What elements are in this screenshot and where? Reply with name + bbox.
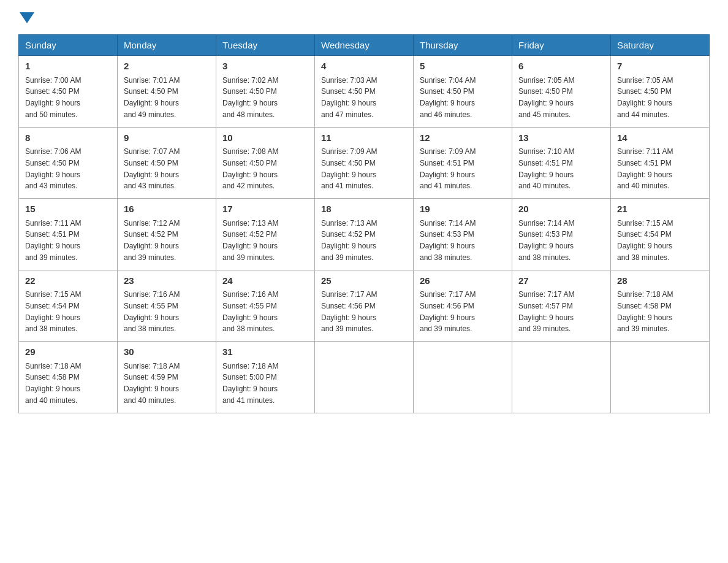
day-number: 21 <box>617 202 703 216</box>
day-number: 10 <box>222 131 308 145</box>
weekday-header-thursday: Thursday <box>414 35 512 56</box>
day-info: Sunrise: 7:09 AMSunset: 4:50 PMDaylight:… <box>321 147 377 190</box>
calendar-cell: 10 Sunrise: 7:08 AMSunset: 4:50 PMDaylig… <box>216 127 315 199</box>
day-number: 13 <box>518 131 604 145</box>
day-number: 15 <box>25 202 111 216</box>
day-info: Sunrise: 7:06 AMSunset: 4:50 PMDaylight:… <box>25 147 81 190</box>
calendar-cell: 27 Sunrise: 7:17 AMSunset: 4:57 PMDaylig… <box>512 270 611 342</box>
day-info: Sunrise: 7:08 AMSunset: 4:50 PMDaylight:… <box>222 147 278 190</box>
calendar-cell <box>414 342 512 413</box>
calendar-cell: 1 Sunrise: 7:00 AMSunset: 4:50 PMDayligh… <box>19 56 118 128</box>
calendar-cell: 4 Sunrise: 7:03 AMSunset: 4:50 PMDayligh… <box>315 56 414 128</box>
day-info: Sunrise: 7:09 AMSunset: 4:51 PMDaylight:… <box>420 147 476 190</box>
day-info: Sunrise: 7:11 AMSunset: 4:51 PMDaylight:… <box>617 147 673 190</box>
day-info: Sunrise: 7:18 AMSunset: 4:58 PMDaylight:… <box>25 362 81 405</box>
day-info: Sunrise: 7:13 AMSunset: 4:52 PMDaylight:… <box>222 219 278 262</box>
calendar-cell: 22 Sunrise: 7:15 AMSunset: 4:54 PMDaylig… <box>19 270 118 342</box>
day-info: Sunrise: 7:13 AMSunset: 4:52 PMDaylight:… <box>321 219 377 262</box>
day-info: Sunrise: 7:18 AMSunset: 5:00 PMDaylight:… <box>222 362 278 405</box>
day-info: Sunrise: 7:02 AMSunset: 4:50 PMDaylight:… <box>222 76 278 119</box>
calendar-cell: 14 Sunrise: 7:11 AMSunset: 4:51 PMDaylig… <box>611 127 710 199</box>
calendar-cell <box>512 342 611 413</box>
calendar-cell: 26 Sunrise: 7:17 AMSunset: 4:56 PMDaylig… <box>414 270 512 342</box>
day-number: 23 <box>124 274 210 288</box>
day-number: 9 <box>124 131 210 145</box>
day-number: 8 <box>25 131 111 145</box>
day-info: Sunrise: 7:14 AMSunset: 4:53 PMDaylight:… <box>420 219 476 262</box>
calendar-cell: 6 Sunrise: 7:05 AMSunset: 4:50 PMDayligh… <box>512 56 611 128</box>
day-number: 7 <box>617 59 703 74</box>
day-info: Sunrise: 7:17 AMSunset: 4:56 PMDaylight:… <box>420 290 476 333</box>
calendar-cell: 28 Sunrise: 7:18 AMSunset: 4:58 PMDaylig… <box>611 270 710 342</box>
calendar-week-1: 1 Sunrise: 7:00 AMSunset: 4:50 PMDayligh… <box>19 56 710 128</box>
page-header <box>18 12 710 23</box>
calendar-cell: 25 Sunrise: 7:17 AMSunset: 4:56 PMDaylig… <box>315 270 414 342</box>
calendar-cell: 13 Sunrise: 7:10 AMSunset: 4:51 PMDaylig… <box>512 127 611 199</box>
calendar-cell: 7 Sunrise: 7:05 AMSunset: 4:50 PMDayligh… <box>611 56 710 128</box>
day-number: 1 <box>25 59 111 74</box>
calendar-cell: 31 Sunrise: 7:18 AMSunset: 5:00 PMDaylig… <box>216 342 315 413</box>
day-number: 11 <box>321 131 407 145</box>
day-info: Sunrise: 7:00 AMSunset: 4:50 PMDaylight:… <box>25 76 81 119</box>
calendar-week-4: 22 Sunrise: 7:15 AMSunset: 4:54 PMDaylig… <box>19 270 710 342</box>
day-number: 5 <box>420 59 506 74</box>
day-info: Sunrise: 7:05 AMSunset: 4:50 PMDaylight:… <box>518 76 574 119</box>
day-info: Sunrise: 7:15 AMSunset: 4:54 PMDaylight:… <box>25 290 81 333</box>
calendar-cell: 8 Sunrise: 7:06 AMSunset: 4:50 PMDayligh… <box>19 127 118 199</box>
day-number: 31 <box>222 345 308 359</box>
calendar-cell: 20 Sunrise: 7:14 AMSunset: 4:53 PMDaylig… <box>512 199 611 270</box>
day-info: Sunrise: 7:15 AMSunset: 4:54 PMDaylight:… <box>617 219 673 262</box>
weekday-header-wednesday: Wednesday <box>315 35 414 56</box>
day-info: Sunrise: 7:10 AMSunset: 4:51 PMDaylight:… <box>518 147 574 190</box>
logo <box>18 12 36 23</box>
day-number: 3 <box>222 59 308 74</box>
day-info: Sunrise: 7:17 AMSunset: 4:56 PMDaylight:… <box>321 290 377 333</box>
day-number: 24 <box>222 274 308 288</box>
calendar-cell: 3 Sunrise: 7:02 AMSunset: 4:50 PMDayligh… <box>216 56 315 128</box>
calendar-cell: 11 Sunrise: 7:09 AMSunset: 4:50 PMDaylig… <box>315 127 414 199</box>
day-number: 17 <box>222 202 308 216</box>
calendar-cell: 9 Sunrise: 7:07 AMSunset: 4:50 PMDayligh… <box>118 127 216 199</box>
weekday-header-sunday: Sunday <box>19 35 118 56</box>
day-number: 28 <box>617 274 703 288</box>
day-number: 14 <box>617 131 703 145</box>
calendar-cell: 16 Sunrise: 7:12 AMSunset: 4:52 PMDaylig… <box>118 199 216 270</box>
day-number: 16 <box>124 202 210 216</box>
calendar-cell: 29 Sunrise: 7:18 AMSunset: 4:58 PMDaylig… <box>19 342 118 413</box>
calendar-cell: 18 Sunrise: 7:13 AMSunset: 4:52 PMDaylig… <box>315 199 414 270</box>
day-info: Sunrise: 7:11 AMSunset: 4:51 PMDaylight:… <box>25 219 81 262</box>
day-number: 19 <box>420 202 506 216</box>
day-info: Sunrise: 7:04 AMSunset: 4:50 PMDaylight:… <box>420 76 476 119</box>
day-number: 26 <box>420 274 506 288</box>
day-info: Sunrise: 7:05 AMSunset: 4:50 PMDaylight:… <box>617 76 673 119</box>
calendar-week-3: 15 Sunrise: 7:11 AMSunset: 4:51 PMDaylig… <box>19 199 710 270</box>
day-number: 6 <box>518 59 604 74</box>
calendar-cell: 21 Sunrise: 7:15 AMSunset: 4:54 PMDaylig… <box>611 199 710 270</box>
calendar-cell: 15 Sunrise: 7:11 AMSunset: 4:51 PMDaylig… <box>19 199 118 270</box>
day-info: Sunrise: 7:01 AMSunset: 4:50 PMDaylight:… <box>124 76 180 119</box>
calendar-cell: 12 Sunrise: 7:09 AMSunset: 4:51 PMDaylig… <box>414 127 512 199</box>
logo-triangle-icon <box>20 12 34 23</box>
day-info: Sunrise: 7:16 AMSunset: 4:55 PMDaylight:… <box>124 290 180 333</box>
weekday-header-monday: Monday <box>118 35 216 56</box>
calendar-cell: 19 Sunrise: 7:14 AMSunset: 4:53 PMDaylig… <box>414 199 512 270</box>
day-number: 30 <box>124 345 210 359</box>
day-info: Sunrise: 7:07 AMSunset: 4:50 PMDaylight:… <box>124 147 180 190</box>
weekday-header-row: SundayMondayTuesdayWednesdayThursdayFrid… <box>19 35 710 56</box>
day-number: 18 <box>321 202 407 216</box>
day-info: Sunrise: 7:16 AMSunset: 4:55 PMDaylight:… <box>222 290 278 333</box>
calendar-cell: 17 Sunrise: 7:13 AMSunset: 4:52 PMDaylig… <box>216 199 315 270</box>
day-info: Sunrise: 7:12 AMSunset: 4:52 PMDaylight:… <box>124 219 180 262</box>
day-number: 25 <box>321 274 407 288</box>
day-number: 4 <box>321 59 407 74</box>
weekday-header-saturday: Saturday <box>611 35 710 56</box>
day-info: Sunrise: 7:18 AMSunset: 4:59 PMDaylight:… <box>124 362 180 405</box>
calendar-cell <box>611 342 710 413</box>
day-number: 20 <box>518 202 604 216</box>
weekday-header-friday: Friday <box>512 35 611 56</box>
calendar-cell: 23 Sunrise: 7:16 AMSunset: 4:55 PMDaylig… <box>118 270 216 342</box>
calendar-cell <box>315 342 414 413</box>
calendar-week-5: 29 Sunrise: 7:18 AMSunset: 4:58 PMDaylig… <box>19 342 710 413</box>
calendar-cell: 24 Sunrise: 7:16 AMSunset: 4:55 PMDaylig… <box>216 270 315 342</box>
calendar-week-2: 8 Sunrise: 7:06 AMSunset: 4:50 PMDayligh… <box>19 127 710 199</box>
